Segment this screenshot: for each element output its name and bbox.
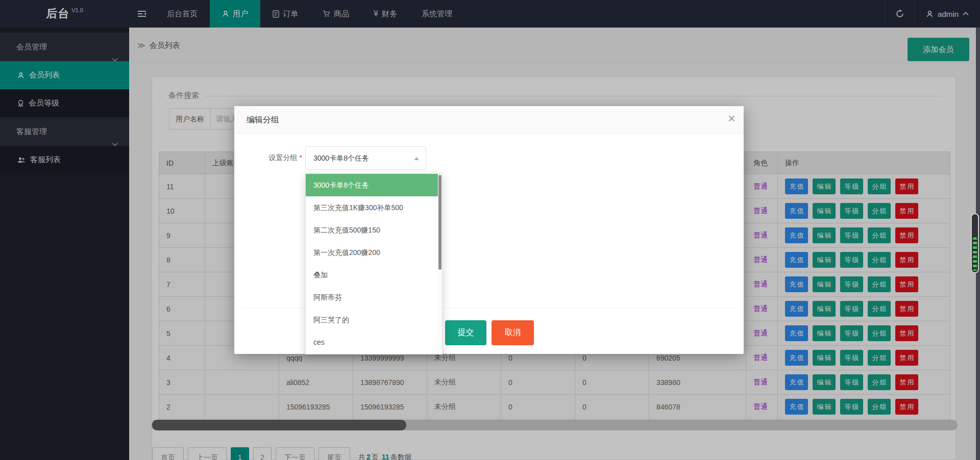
caret-up-icon (414, 157, 419, 160)
group-select-dropdown: 3000卡单8个任务第三次充值1K赚300补单500第二次充值500赚150第一… (305, 173, 443, 354)
page-scrollbar-thumb[interactable] (971, 213, 979, 273)
group-option[interactable]: 阿三哭了的 (306, 309, 442, 331)
dropdown-scrollbar-thumb[interactable] (438, 175, 442, 270)
group-option[interactable]: 第三次充值1K赚300补单500 (306, 196, 442, 219)
set-group-label-text: 设置分组 (269, 154, 298, 162)
modal-title: 编辑分组 (234, 106, 744, 134)
scrollbar-stripes (973, 237, 977, 271)
set-group-label: 设置分组* (234, 154, 302, 163)
group-select-value: 3000卡单8个任务 (306, 147, 426, 169)
page: 后台 V1.0 后台首页用户订单商品¥财务系统管理 admin 会员管理会员列表… (0, 0, 980, 460)
cancel-button[interactable]: 取消 (492, 320, 534, 345)
group-option[interactable]: ces (306, 331, 442, 353)
group-option[interactable]: 3000卡单8个任务 (306, 174, 442, 196)
group-option[interactable]: 叠加 (306, 264, 442, 286)
group-option[interactable]: 第一次充值200赚200 (306, 241, 442, 264)
dropdown-scrollbar-track (438, 174, 442, 354)
required-mark: * (300, 154, 302, 162)
submit-button[interactable]: 提交 (445, 320, 486, 345)
group-option[interactable]: 阿斯蒂芬 (306, 286, 442, 309)
modal-header: 编辑分组 × (234, 106, 744, 134)
group-option[interactable]: 第二次充值500赚150 (306, 219, 442, 241)
close-icon[interactable]: × (728, 112, 736, 125)
group-select[interactable]: 3000卡单8个任务 (305, 146, 426, 170)
